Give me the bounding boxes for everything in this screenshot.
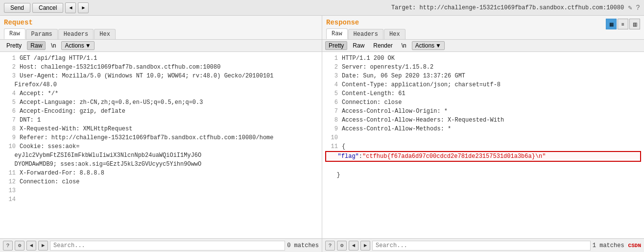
request-raw-btn[interactable]: Raw [27,41,46,50]
response-code: 1HTTP/1.1 200 OK 2Server: openresty/1.15… [322,52,644,199]
request-matches: 0 matches [287,242,319,249]
response-tab-hex[interactable]: Hex [384,29,405,39]
top-bar-right: Target: http://challenge-15321c1069fbaf7… [391,3,640,12]
request-help-btn[interactable]: ? [3,241,13,251]
request-toolbar: Pretty Raw \n Actions ▼ [0,40,322,52]
request-content-area[interactable]: 1GET /api/flag HTTP/1.1 2Host: challenge… [0,52,322,238]
request-tab-hex[interactable]: Hex [94,29,116,39]
request-prev-btn[interactable]: ◄ [26,241,36,251]
request-tab-params[interactable]: Params [26,29,58,39]
response-content-area[interactable]: 1HTTP/1.1 200 OK 2Server: openresty/1.15… [322,52,644,238]
response-slashn-btn[interactable]: \n [398,41,410,50]
request-actions-btn[interactable]: Actions ▼ [61,41,94,50]
top-bar-left: Send Cancel ◄ ► [4,2,89,13]
response-tabs: Raw Headers Hex [326,28,405,39]
request-settings-btn[interactable]: ⚙ [15,241,24,251]
chevron-down-icon-2: ▼ [435,42,441,49]
chevron-down-icon: ▼ [85,42,91,49]
request-panel: Request Raw Params Headers Hex Pretty Ra… [0,16,322,252]
view-icon-grid[interactable]: ▦ [606,19,617,29]
response-search-input[interactable] [372,241,591,251]
response-help-btn[interactable]: ? [325,241,335,251]
request-bottom-bar: ? ⚙ ◄ ► 0 matches [0,238,322,252]
edit-icon[interactable]: ✎ [628,3,632,12]
request-tab-headers[interactable]: Headers [58,29,94,39]
request-panel-header: Request Raw Params Headers Hex [0,16,322,40]
csdn-badge: CSDN [628,243,641,249]
response-render-btn[interactable]: Render [370,41,396,50]
response-panel: Response Raw Headers Hex ▦ ≡ ▥ Pretty Ra… [322,16,644,252]
response-matches: 1 matches [593,242,624,249]
response-toolbar: Pretty Raw Render \n Actions ▼ [322,40,644,52]
request-slashn-btn[interactable]: \n [48,41,59,50]
response-prev-btn[interactable]: ◄ [349,241,358,251]
response-raw-btn[interactable]: Raw [349,41,368,50]
target-url: Target: http://challenge-15321c1069fbaf7… [391,4,624,11]
response-tab-raw[interactable]: Raw [326,28,348,39]
response-title: Response [326,19,405,26]
request-title: Request [4,19,318,26]
response-actions-btn[interactable]: Actions ▼ [412,41,445,50]
request-pretty-btn[interactable]: Pretty [3,41,25,50]
response-settings-btn[interactable]: ⚙ [337,241,347,251]
response-pretty-btn[interactable]: Pretty [325,41,347,50]
response-next-btn[interactable]: ► [360,241,370,251]
request-next-btn[interactable]: ► [38,241,48,251]
response-tab-headers[interactable]: Headers [348,29,383,39]
request-tabs: Raw Params Headers Hex [4,28,318,39]
request-code: 1GET /api/flag HTTP/1.1 2Host: challenge… [0,52,322,215]
flag-line: "flag":"ctfhub{f67ada6d97c00cdcd2e781de2… [325,151,641,162]
response-bottom-bar: ? ⚙ ◄ ► 1 matches CSDN [322,238,644,252]
request-search-input[interactable] [50,241,285,251]
view-icon-list[interactable]: ≡ [618,19,628,29]
prev-button[interactable]: ◄ [65,2,76,13]
next-button[interactable]: ► [78,2,89,13]
view-icons: ▦ ≡ ▥ [606,19,640,29]
response-panel-header: Response Raw Headers Hex ▦ ≡ ▥ [322,16,644,40]
send-button[interactable]: Send [4,3,30,13]
help-icon[interactable]: ? [636,4,640,12]
view-icon-compact[interactable]: ▥ [629,19,640,29]
cancel-button[interactable]: Cancel [32,3,63,13]
request-tab-raw[interactable]: Raw [4,28,25,39]
main-container: Request Raw Params Headers Hex Pretty Ra… [0,16,644,252]
top-bar: Send Cancel ◄ ► Target: http://challenge… [0,0,644,16]
